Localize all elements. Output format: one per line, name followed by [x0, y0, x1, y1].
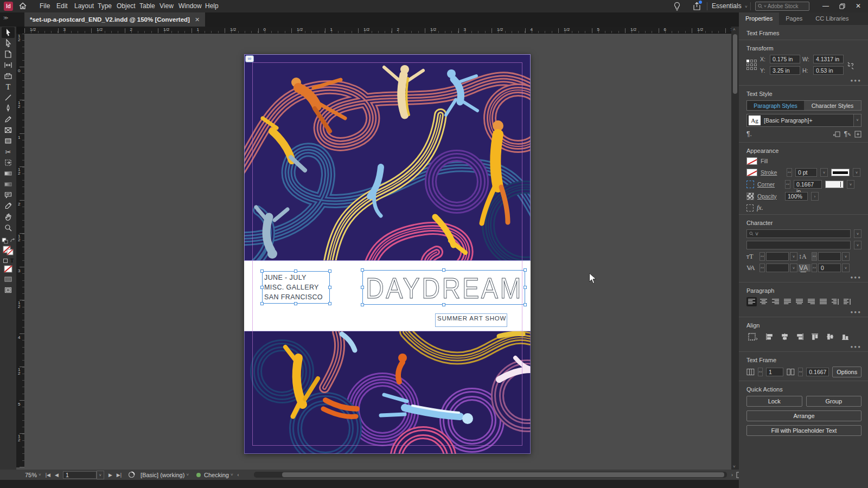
more-options-icon[interactable]: ●●●	[746, 275, 861, 280]
font-family-dropdown[interactable]: ˅	[854, 229, 861, 238]
zoom-tool[interactable]	[2, 222, 15, 233]
document-tab[interactable]: *set-up-a-postcard_END_V2.indd @ 150% [C…	[24, 12, 205, 27]
redefine-style-icon[interactable]	[833, 131, 841, 138]
align-horizontal-centers-button[interactable]	[780, 332, 790, 341]
direct-selection-tool[interactable]	[2, 38, 15, 49]
page-select-dropdown[interactable]: ˅	[97, 471, 104, 479]
tab-character-styles[interactable]: Character Styles	[804, 101, 861, 110]
last-page-button[interactable]: ▶|	[117, 472, 122, 478]
corner-shape-swatch[interactable]	[825, 181, 844, 188]
align-away-from-spine-button[interactable]	[842, 297, 852, 306]
horizontal-scroll-thumb[interactable]	[282, 472, 724, 477]
fx-icon[interactable]: fx.	[757, 204, 763, 212]
font-style-dropdown[interactable]: ˅	[854, 241, 861, 249]
font-size-stepper[interactable]: ˄˅	[760, 252, 765, 261]
more-options-icon[interactable]: ●●●	[746, 310, 861, 314]
align-bottom-edges-button[interactable]	[840, 332, 851, 341]
selection-handle[interactable]	[442, 303, 445, 306]
scroll-down-icon[interactable]: ˅	[733, 464, 736, 469]
zoom-level[interactable]: 75%	[25, 472, 37, 478]
search-input[interactable]	[768, 3, 802, 9]
menu-help[interactable]: Help	[199, 0, 225, 12]
page-number-field[interactable]: 1	[63, 471, 97, 479]
chevron-down-icon[interactable]: ˅	[231, 472, 233, 477]
tab-pages[interactable]: Pages	[779, 12, 809, 25]
align-left-edges-button[interactable]	[764, 332, 775, 341]
leading-stepper[interactable]: ˄˅	[812, 252, 817, 261]
justify-left-button[interactable]	[782, 297, 793, 306]
tracking-dropdown[interactable]: ˅	[842, 264, 850, 272]
preflight-profile[interactable]: [Basic] (working)	[141, 472, 184, 478]
workspace-switcher[interactable]: Essentials ˅	[712, 0, 748, 12]
align-towards-spine-button[interactable]	[830, 297, 840, 306]
formatting-affects-text-icon[interactable]: T	[10, 258, 14, 264]
stroke-link[interactable]: Stroke	[761, 169, 783, 176]
tracking-stepper[interactable]: ˄˅	[812, 264, 817, 272]
screen-mode-control[interactable]	[2, 285, 15, 296]
home-icon[interactable]	[18, 2, 27, 10]
stroke-swatch[interactable]	[746, 169, 757, 176]
apply-gradient-control[interactable]	[2, 274, 15, 285]
postcard-info-text[interactable]: JUNE - JULY MISC. GALLERY SAN FRANCISCO	[264, 273, 323, 302]
object-effects-icon[interactable]	[746, 204, 754, 211]
align-right-button[interactable]	[770, 297, 781, 306]
first-page-button[interactable]: |◀	[46, 472, 50, 478]
constrain-proportions-broken-link-icon[interactable]	[847, 61, 854, 69]
scroll-up-icon[interactable]: ˄	[733, 27, 736, 32]
default-fill-stroke-icon[interactable]	[2, 237, 15, 244]
opacity-link[interactable]: Opacity	[757, 193, 782, 200]
tab-properties[interactable]: Properties	[739, 12, 779, 25]
x-field[interactable]: 0.175 in	[770, 55, 800, 63]
selection-handle[interactable]	[361, 303, 364, 306]
tools-panel-expand-icon[interactable]: ≫	[3, 15, 7, 21]
leading-dropdown[interactable]: ˅	[842, 252, 850, 261]
share-icon[interactable]	[692, 2, 701, 11]
restore-button[interactable]	[834, 0, 850, 12]
leading-field[interactable]	[818, 252, 841, 261]
type-tool[interactable]: T	[2, 81, 15, 92]
font-style-field[interactable]	[746, 241, 851, 249]
kerning-field[interactable]	[766, 264, 789, 272]
selection-handle[interactable]	[524, 303, 527, 306]
page-tool[interactable]	[2, 49, 15, 60]
hand-tool[interactable]	[2, 211, 15, 222]
opacity-arrow[interactable]: ›	[811, 192, 819, 201]
indesign-logo[interactable]: Id	[4, 2, 13, 11]
selection-handle[interactable]	[524, 268, 527, 272]
text-frame-headline[interactable]	[362, 270, 525, 305]
stroke-weight-stepper[interactable]: ˄˅	[787, 168, 792, 177]
stroke-style-swatch[interactable]	[831, 169, 850, 176]
pen-tool[interactable]	[2, 103, 15, 114]
rectangle-tool[interactable]	[2, 136, 15, 146]
corner-radius-stepper[interactable]: ˄˅	[785, 180, 790, 189]
line-tool[interactable]	[2, 92, 15, 103]
selection-handle[interactable]	[260, 286, 264, 289]
justify-right-button[interactable]	[806, 297, 816, 306]
preflight-status[interactable]: Checking	[204, 472, 229, 478]
vertical-scrollbar[interactable]: ˄ ˅	[731, 27, 739, 470]
selection-handle[interactable]	[294, 269, 297, 273]
more-options-icon[interactable]: ●●●	[746, 78, 861, 83]
align-top-edges-button[interactable]	[810, 332, 820, 341]
corner-link[interactable]: Corner	[757, 181, 782, 188]
selection-tool[interactable]	[2, 27, 15, 38]
ruler-corner[interactable]	[16, 27, 24, 34]
selection-handle[interactable]	[442, 268, 445, 272]
arrange-button[interactable]: Arrange	[746, 410, 861, 421]
scroll-left-icon[interactable]: ‹	[238, 472, 239, 478]
close-window-button[interactable]: ✕	[851, 0, 866, 12]
adobe-stock-search[interactable]: ˅	[755, 2, 809, 11]
align-left-button[interactable]	[746, 297, 757, 306]
previous-page-button[interactable]: ◀	[55, 472, 59, 478]
stroke-weight-field[interactable]: 0 pt	[795, 168, 817, 177]
y-field[interactable]: 3.25 in	[770, 66, 800, 75]
gap-tool[interactable]	[2, 60, 15, 70]
selection-handle[interactable]	[260, 302, 264, 305]
free-transform-tool[interactable]	[2, 157, 15, 168]
scissors-tool[interactable]: ✂	[2, 146, 15, 157]
eyedropper-tool[interactable]	[2, 201, 15, 211]
chevron-down-icon[interactable]: ˅	[853, 114, 861, 126]
align-vertical-centers-button[interactable]	[825, 332, 835, 341]
horizontal-scrollbar[interactable]	[254, 472, 727, 478]
formatting-affects-container-icon[interactable]	[3, 258, 8, 264]
